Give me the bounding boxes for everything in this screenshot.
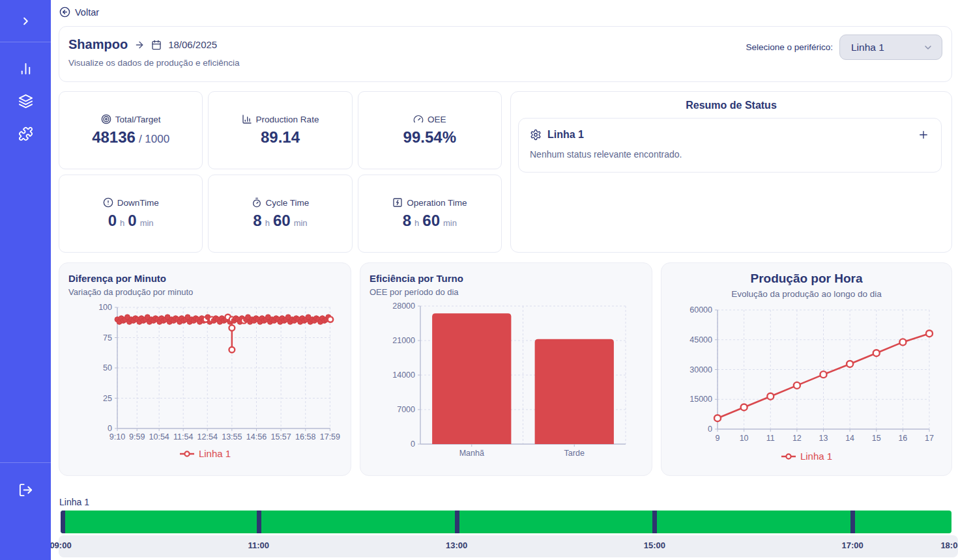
column-chart-icon: [242, 114, 252, 124]
data-point: [847, 361, 853, 367]
kpi-grid: Total/Target 48136/ 1000 Production Rate…: [59, 91, 502, 253]
minute-difference-chart: 02550751009:109:5910:5411:5412:5413:5514…: [68, 301, 342, 445]
data-point: [820, 371, 827, 378]
kpi-hours: 0: [108, 212, 117, 230]
shift-efficiency-chart: 07000140002100028000ManhãTarde: [370, 301, 644, 464]
y-tick-label: 45000: [689, 335, 712, 344]
chart-subtitle: Evolução da produção ao longo do dia: [661, 286, 951, 299]
legend-label: Linha 1: [800, 451, 832, 462]
data-point: [328, 316, 333, 322]
arrow-left-circle-icon: [59, 7, 70, 18]
data-point: [714, 415, 721, 421]
x-tick-label: 16:58: [295, 432, 315, 441]
y-tick-label: 28000: [392, 301, 415, 311]
kpi-minutes: 0: [128, 212, 136, 230]
y-tick-label: 50: [103, 363, 112, 372]
x-tick-label: 13:55: [222, 432, 242, 441]
y-tick-label: 30000: [689, 365, 712, 374]
data-point: [873, 350, 880, 356]
plus-icon[interactable]: [918, 129, 929, 141]
x-tick-label: 12: [792, 434, 802, 443]
alert-circle-icon: [103, 197, 113, 208]
legend-label: Linha 1: [199, 448, 231, 459]
logout-icon[interactable]: [18, 483, 33, 497]
dip-point: [229, 325, 235, 331]
layers-icon[interactable]: [18, 94, 33, 109]
kpi-label: Total/Target: [115, 115, 161, 124]
kpi-label: Operation Time: [407, 198, 467, 208]
peripheral-select-label: Selecione o periférico:: [746, 42, 833, 52]
peripheral-select-group: Selecione o periférico: Linha 1: [746, 35, 942, 60]
kpi-card-cycle-time: Cycle Time 8h60min: [208, 175, 352, 253]
y-tick-label: 75: [103, 333, 112, 343]
sidebar-toggle-button[interactable]: [0, 0, 51, 42]
x-tick-label: 11: [766, 434, 775, 443]
x-tick-label: 9:59: [129, 432, 145, 441]
timeline-tick-label: 11:00: [248, 540, 269, 550]
y-tick-label: 7000: [397, 405, 415, 414]
kpi-card-total-target: Total/Target 48136/ 1000: [59, 91, 203, 169]
y-tick-label: 21000: [392, 336, 415, 345]
y-tick-label: 14000: [392, 371, 415, 380]
chart-card-hourly-production: Produção por Hora Evolução da produção a…: [661, 262, 952, 476]
peripheral-select[interactable]: Linha 1: [839, 35, 942, 60]
timeline-axis: 09:0011:0013:0015:0017:0018:00: [59, 535, 958, 557]
x-tick-label: 15:57: [270, 432, 291, 441]
back-label: Voltar: [75, 7, 99, 18]
status-summary-title: Resumo de Status: [511, 100, 951, 111]
calendar-icon: [151, 40, 162, 50]
timeline-marker: [850, 511, 855, 533]
sidebar-footer: [0, 462, 51, 560]
x-tick-label: Tarde: [564, 449, 585, 458]
x-tick-label: 17: [925, 434, 934, 443]
timeline-marker: [455, 511, 459, 533]
chart-legend: Linha 1: [59, 448, 351, 459]
timeline-tick-label: 17:00: [841, 540, 863, 550]
legend-marker-icon: [179, 450, 195, 458]
timeline-marker: [61, 511, 65, 533]
y-tick-label: 100: [98, 303, 112, 312]
x-tick-label: 13: [819, 434, 828, 443]
chart-title: Diferença por Minuto: [59, 263, 351, 284]
bar: [432, 313, 511, 444]
y-tick-label: 0: [708, 425, 712, 434]
data-point: [794, 382, 800, 389]
kpi-hours: 8: [403, 212, 411, 230]
page-title: Shampoo: [68, 37, 128, 52]
chart-title: Eficiência por Turno: [360, 263, 652, 284]
chart-legend: Linha 1: [661, 451, 951, 462]
x-tick-label: 11:54: [173, 432, 193, 441]
y-tick-label: 0: [411, 440, 415, 449]
y-tick-label: 15000: [689, 395, 712, 404]
kpi-value: 89.14: [261, 128, 300, 147]
dip-point: [229, 347, 235, 353]
puzzle-icon[interactable]: [18, 126, 33, 141]
kpi-hours: 8: [253, 212, 261, 230]
x-tick-label: 10:54: [149, 432, 169, 441]
y-tick-label: 60000: [689, 305, 712, 315]
y-tick-label: 25: [103, 394, 112, 403]
chart-subtitle: OEE por período do dia: [360, 284, 652, 297]
data-point: [767, 393, 774, 400]
bar-chart-icon[interactable]: [18, 61, 33, 76]
chevron-down-icon: [923, 42, 933, 53]
kpi-card-downtime: DownTime 0h0min: [59, 175, 203, 253]
timeline-marker: [652, 511, 657, 533]
gear-icon: [530, 129, 542, 141]
target-icon: [101, 114, 111, 124]
arrow-right-icon: [134, 40, 145, 50]
data-point: [899, 339, 906, 345]
status-line-name: Linha 1: [547, 129, 584, 141]
status-empty-message: Nenhum status relevante encontrado.: [530, 149, 931, 160]
date-label: 18/06/2025: [168, 39, 217, 50]
status-summary-card: Resumo de Status Linha 1 Nenhum status r…: [510, 91, 952, 253]
legend-marker-icon: [781, 453, 796, 460]
kpi-value: 99.54%: [403, 128, 456, 147]
timeline-tick-label: 15:00: [644, 540, 665, 550]
kpi-card-oee: OEE 99.54%: [358, 91, 502, 169]
timeline-line-label: Linha 1: [59, 497, 89, 507]
x-tick-label: 14: [845, 434, 854, 443]
header-card: Shampoo 18/06/2025 Visualize os dados de…: [59, 26, 952, 82]
back-button[interactable]: Voltar: [59, 7, 99, 18]
kpi-label: Production Rate: [256, 115, 319, 124]
